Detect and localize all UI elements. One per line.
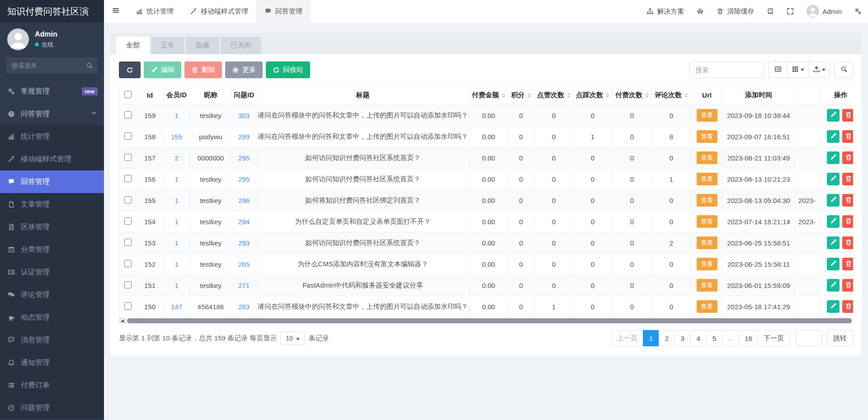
- nav-tab-统计管理[interactable]: 统计管理: [127, 0, 182, 23]
- row-delete-button[interactable]: [842, 151, 854, 164]
- member_id-link[interactable]: 1: [175, 197, 178, 204]
- sidebar-item-统计管理[interactable]: 统计管理: [0, 125, 104, 148]
- row-delete-button[interactable]: [842, 109, 854, 122]
- sidebar-item-消息管理[interactable]: 消息管理: [0, 329, 104, 351]
- page-button-5[interactable]: 5: [706, 330, 722, 346]
- page-button-2[interactable]: 2: [659, 330, 675, 346]
- view-url-button[interactable]: 查看: [697, 258, 717, 270]
- nav-tab-回答管理[interactable]: 回答管理: [256, 0, 311, 23]
- menu-search-input[interactable]: [6, 57, 98, 74]
- status-tab-正常[interactable]: 正常: [151, 37, 184, 54]
- view-url-button[interactable]: 查看: [697, 236, 717, 249]
- prev-page-button[interactable]: 上一页: [611, 330, 643, 346]
- column-header-评论次数[interactable]: 评论次数: [652, 85, 691, 105]
- row-edit-button[interactable]: [827, 215, 840, 228]
- sidebar-item-付费订单[interactable]: 付费订单: [0, 374, 104, 396]
- view-url-button[interactable]: 查看: [697, 215, 717, 228]
- row-edit-button[interactable]: [827, 194, 840, 207]
- row-edit-button[interactable]: [827, 279, 840, 292]
- sidebar-item-文章管理[interactable]: 文章管理: [0, 193, 104, 216]
- member_id-link[interactable]: 1: [175, 218, 178, 226]
- view-url-button[interactable]: 查看: [697, 130, 717, 143]
- sidebar-item-评论管理[interactable]: 评论管理: [0, 283, 104, 306]
- nav-docs-button[interactable]: [760, 0, 780, 23]
- sidebar-item-移动端样式管理[interactable]: 移动端样式管理: [0, 148, 104, 170]
- member_id-link[interactable]: 1: [175, 282, 178, 289]
- sidebar-item-问答管理[interactable]: ?问答管理: [0, 103, 104, 125]
- status-tab-已关闭[interactable]: 已关闭: [221, 37, 261, 54]
- nav-home-button[interactable]: [690, 0, 710, 23]
- row-delete-button[interactable]: [842, 215, 854, 228]
- scrollbar-thumb[interactable]: [127, 318, 852, 323]
- row-edit-button[interactable]: [827, 236, 840, 249]
- sidebar-item-通知管理[interactable]: 通知管理: [0, 351, 104, 374]
- member_id-link[interactable]: 1: [175, 112, 178, 119]
- question_id-link[interactable]: 295: [238, 154, 250, 162]
- row-delete-button[interactable]: [842, 173, 854, 185]
- page-button-4[interactable]: 4: [690, 330, 707, 346]
- row-edit-button[interactable]: [827, 258, 840, 270]
- row-edit-button[interactable]: [827, 130, 840, 143]
- row-checkbox[interactable]: [124, 111, 132, 118]
- member_id-link[interactable]: 2: [175, 154, 178, 162]
- view-url-button[interactable]: 查看: [697, 300, 717, 313]
- question_id-link[interactable]: 271: [238, 282, 250, 289]
- sidebar-toggle-button[interactable]: [104, 0, 127, 23]
- member_id-link[interactable]: 1: [175, 260, 178, 268]
- sidebar-item-回答管理[interactable]: 回答管理: [0, 170, 104, 193]
- nav-fullscreen-button[interactable]: [780, 0, 800, 23]
- row-delete-button[interactable]: [842, 258, 854, 270]
- question_id-link[interactable]: 299: [238, 133, 250, 141]
- status-tab-隐藏[interactable]: 隐藏: [186, 37, 219, 54]
- column-header-付费金额[interactable]: 付费金额: [470, 85, 508, 105]
- page-size-dropdown[interactable]: 10: [280, 331, 305, 345]
- view-url-button[interactable]: 查看: [697, 151, 717, 164]
- question_id-link[interactable]: 294: [238, 218, 250, 226]
- member_id-link[interactable]: 155: [171, 133, 182, 141]
- common-search-toggle-button[interactable]: [769, 61, 787, 78]
- column-header-积分[interactable]: 积分: [508, 85, 535, 105]
- row-checkbox[interactable]: [124, 132, 132, 140]
- export-button[interactable]: [808, 61, 830, 78]
- columns-button[interactable]: [787, 61, 808, 78]
- row-delete-button[interactable]: [842, 236, 854, 249]
- nav-settings-button[interactable]: [848, 0, 868, 23]
- row-edit-button[interactable]: [827, 151, 840, 164]
- sidebar-item-认证管理[interactable]: 认证管理: [0, 261, 104, 283]
- next-page-button[interactable]: 下一页: [758, 330, 790, 346]
- row-delete-button[interactable]: [842, 300, 854, 313]
- sidebar-item-分类管理[interactable]: 分类管理: [0, 238, 104, 261]
- row-delete-button[interactable]: [842, 194, 854, 207]
- row-checkbox[interactable]: [124, 217, 132, 225]
- status-tab-全部[interactable]: 全部: [116, 37, 150, 54]
- page-button-16[interactable]: 16: [739, 330, 758, 346]
- edit-button[interactable]: 编辑: [144, 61, 181, 78]
- row-checkbox[interactable]: [124, 196, 132, 203]
- member_id-link[interactable]: 1: [175, 175, 178, 183]
- view-url-button[interactable]: 查看: [697, 194, 717, 207]
- view-url-button[interactable]: 查看: [697, 173, 717, 185]
- member_id-link[interactable]: 147: [171, 303, 182, 311]
- sidebar-item-问题管理[interactable]: ?问题管理: [0, 396, 104, 419]
- question_id-link[interactable]: 303: [238, 112, 250, 119]
- row-checkbox[interactable]: [124, 175, 132, 182]
- question_id-link[interactable]: 265: [238, 260, 250, 268]
- view-url-button[interactable]: 查看: [697, 109, 717, 122]
- question_id-link[interactable]: 295: [238, 175, 250, 183]
- member_id-link[interactable]: 1: [175, 239, 178, 247]
- scroll-left-icon[interactable]: ◀: [119, 318, 126, 324]
- page-jump-input[interactable]: [796, 330, 822, 346]
- question_id-link[interactable]: 293: [238, 239, 250, 247]
- sidebar-item-常规管理[interactable]: 常规管理new: [0, 80, 104, 103]
- row-delete-button[interactable]: [842, 130, 854, 143]
- column-header-付费次数[interactable]: 付费次数: [613, 85, 652, 105]
- nav-clear-cache[interactable]: 清除缓存: [710, 0, 760, 23]
- nav-user-menu[interactable]: Admin: [800, 0, 848, 23]
- table-search-input[interactable]: [689, 61, 764, 78]
- row-checkbox[interactable]: [124, 302, 132, 310]
- nav-tab-移动端样式管理[interactable]: 移动端样式管理: [182, 0, 256, 23]
- page-button-...[interactable]: ...: [722, 330, 740, 346]
- row-edit-button[interactable]: [827, 173, 840, 185]
- row-checkbox[interactable]: [124, 281, 132, 288]
- row-checkbox[interactable]: [124, 260, 132, 267]
